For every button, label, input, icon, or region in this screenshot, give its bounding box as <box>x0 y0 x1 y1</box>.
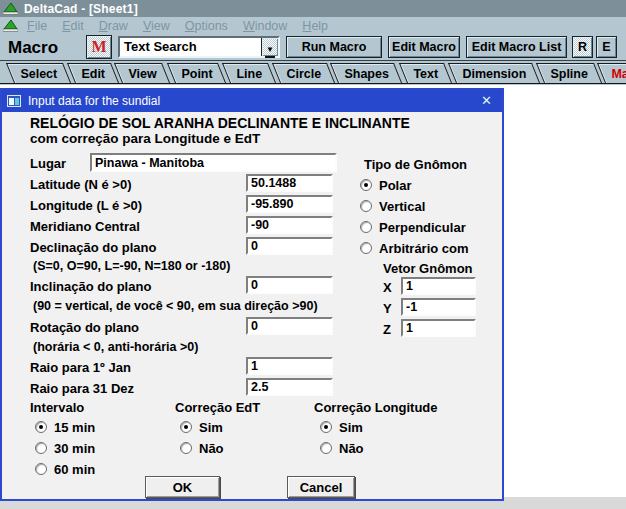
radio-circle-icon[interactable] <box>360 200 372 212</box>
tab-edit[interactable]: Edit <box>67 63 119 83</box>
menu-file[interactable]: File <box>27 19 47 33</box>
vertical-radio-label[interactable]: Vertical <box>379 199 425 214</box>
latitude-input[interactable] <box>246 174 333 192</box>
sundial-input-dialog: Input data for the sundial ✕ RELÓGIO DE … <box>0 88 504 501</box>
tab-spline[interactable]: Spline <box>536 63 602 83</box>
radio-circle-icon[interactable] <box>360 242 372 254</box>
tab-macro[interactable]: Macro <box>597 63 626 83</box>
arbitrario-radio[interactable]: Arbitrário com <box>360 241 469 255</box>
menu-window[interactable]: Window <box>243 19 287 33</box>
combo-dropdown-button[interactable]: ▼ <box>261 38 278 56</box>
vertical-radio[interactable]: Vertical <box>360 199 425 213</box>
vector-y-label: Y <box>383 301 392 316</box>
tab-shapes[interactable]: Shapes <box>330 63 403 83</box>
raio-jan-label: Raio para 1º Jan <box>30 360 131 375</box>
intervalo-15min-label[interactable]: 15 min <box>54 420 95 435</box>
inclinacao-input[interactable] <box>246 276 333 294</box>
tab-point[interactable]: Point <box>167 63 226 83</box>
inclinacao-note: (90 = vertical, de você < 90, em sua dir… <box>33 299 318 313</box>
longitude-label: Longitude (L é >0) <box>30 198 142 213</box>
dialog-heading-line2: com correção para Longitude e EdT <box>30 131 260 146</box>
raio-dez-input[interactable] <box>246 378 333 396</box>
macro-select-combobox[interactable]: Text Search ▼ <box>118 36 280 58</box>
tab-circle[interactable]: Circle <box>272 63 335 83</box>
dropdown-arrow-icon: ▼ <box>265 45 275 58</box>
intervalo-60min-radio[interactable]: 60 min <box>35 462 95 476</box>
dialog-title: Input data for the sundial <box>28 94 160 108</box>
gnomon-type-heading: Tipo de Gnômon <box>364 157 467 172</box>
edit-macro-list-button[interactable]: Edit Macro List <box>466 36 567 58</box>
longitude-input[interactable] <box>246 195 333 213</box>
tab-line[interactable]: Line <box>222 63 276 83</box>
radio-circle-icon[interactable] <box>180 421 192 433</box>
radio-circle-icon[interactable] <box>360 221 372 233</box>
radio-circle-icon[interactable] <box>320 442 332 454</box>
window-title: DeltaCad - [Sheet1] <box>24 2 138 16</box>
intervalo-30min-label[interactable]: 30 min <box>54 441 95 456</box>
radio-circle-icon[interactable] <box>35 421 47 433</box>
intervalo-60min-label[interactable]: 60 min <box>54 462 95 477</box>
close-icon[interactable]: ✕ <box>481 93 492 108</box>
record-macro-button[interactable]: R <box>572 36 593 58</box>
radio-circle-icon[interactable] <box>360 179 372 191</box>
e-macro-button[interactable]: E <box>596 36 617 58</box>
menu-edit[interactable]: Edit <box>62 19 84 33</box>
ok-button[interactable]: OK <box>145 476 220 498</box>
longitude-nao-radio[interactable]: Não <box>320 441 364 455</box>
lugar-input[interactable] <box>90 153 337 172</box>
edt-nao-label[interactable]: Não <box>199 441 224 456</box>
inclinacao-label: Inclinação do plano <box>30 279 151 294</box>
correcao-edt-heading: Correção EdT <box>175 400 260 415</box>
menu-help[interactable]: Help <box>302 19 328 33</box>
radio-circle-icon[interactable] <box>35 442 47 454</box>
meridiano-central-input[interactable] <box>246 216 333 234</box>
radio-circle-icon[interactable] <box>35 463 47 475</box>
tab-view[interactable]: View <box>114 63 170 83</box>
run-macro-button[interactable]: Run Macro <box>286 36 382 58</box>
vector-x-input[interactable] <box>401 277 476 295</box>
perpendicular-radio[interactable]: Perpendicular <box>360 220 466 234</box>
rotacao-input[interactable] <box>246 317 333 335</box>
vector-x-label: X <box>383 280 392 295</box>
edit-macro-button[interactable]: Edit Macro <box>388 36 460 58</box>
macro-toolbar: Macro M Text Search ▼ Run Macro Edit Mac… <box>0 34 626 60</box>
intervalo-30min-radio[interactable]: 30 min <box>35 441 95 455</box>
menu-view[interactable]: View <box>143 19 170 33</box>
radio-circle-icon[interactable] <box>320 421 332 433</box>
meridiano-label: Meridiano Central <box>30 219 140 234</box>
longitude-nao-label[interactable]: Não <box>339 441 364 456</box>
intervalo-15min-radio[interactable]: 15 min <box>35 420 95 434</box>
edt-sim-label[interactable]: Sim <box>199 420 223 435</box>
vector-z-input[interactable] <box>401 319 476 337</box>
raio-dez-label: Raio para 31 Dez <box>30 381 134 396</box>
raio-jan-input[interactable] <box>246 357 333 375</box>
radio-circle-icon[interactable] <box>180 442 192 454</box>
tab-text[interactable]: Text <box>399 63 452 83</box>
edt-nao-radio[interactable]: Não <box>180 441 224 455</box>
intervalo-heading: Intervalo <box>30 400 84 415</box>
menu-options[interactable]: Options <box>185 19 228 33</box>
vector-z-label: Z <box>383 322 391 337</box>
macro-m-button[interactable]: M <box>86 35 112 59</box>
menu-draw[interactable]: Draw <box>99 19 128 33</box>
tab-dimension[interactable]: Dimension <box>448 63 540 83</box>
rotacao-note: (horária < 0, anti-horária >0) <box>33 340 198 354</box>
tab-select[interactable]: Select <box>6 63 71 83</box>
deltacad-logo-icon <box>3 2 18 15</box>
arbitrario-radio-label[interactable]: Arbitrário com <box>379 241 469 256</box>
vector-y-input[interactable] <box>401 298 476 316</box>
correcao-longitude-heading: Correção Longitude <box>314 400 438 415</box>
longitude-sim-radio[interactable]: Sim <box>320 420 363 434</box>
declinacao-input[interactable] <box>246 237 333 255</box>
polar-radio-label[interactable]: Polar <box>379 178 412 193</box>
dialog-titlebar: Input data for the sundial ✕ <box>2 90 502 112</box>
deltacad-window: DeltaCad - [Sheet1] File Edit Draw View … <box>0 0 626 509</box>
edt-sim-radio[interactable]: Sim <box>180 420 223 434</box>
menubar: File Edit Draw View Options Window Help <box>0 17 626 34</box>
longitude-sim-label[interactable]: Sim <box>339 420 363 435</box>
cancel-button[interactable]: Cancel <box>287 476 355 498</box>
dialog-heading-line1: RELÓGIO DE SOL ARANHA DECLINANTE E INCLI… <box>30 115 410 131</box>
perpendicular-radio-label[interactable]: Perpendicular <box>379 220 466 235</box>
polar-radio[interactable]: Polar <box>360 178 412 192</box>
declinacao-note: (S=0, O=90, L=-90, N=180 or -180) <box>33 259 230 273</box>
